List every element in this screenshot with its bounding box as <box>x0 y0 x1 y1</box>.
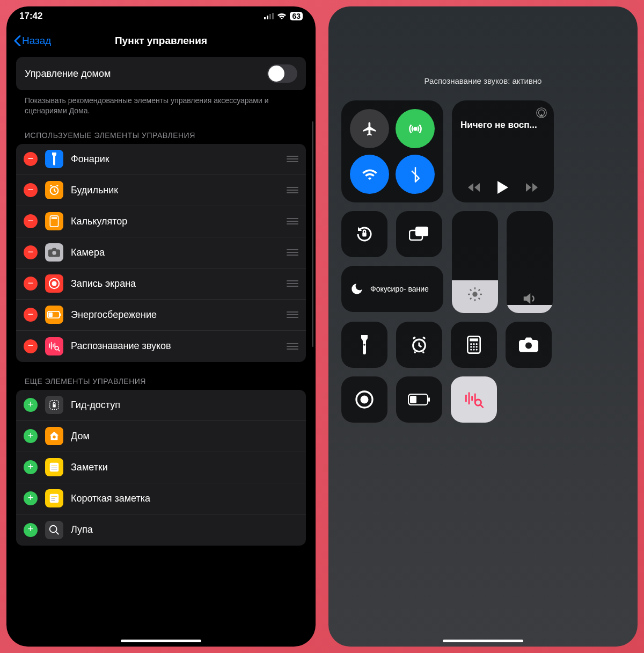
camera-icon <box>519 337 538 352</box>
list-item-label: Заметки <box>71 462 298 473</box>
flashlight-button[interactable] <box>341 322 387 368</box>
remove-button[interactable]: − <box>24 214 38 228</box>
scrollbar[interactable] <box>312 121 313 347</box>
home-indicator[interactable] <box>121 640 201 642</box>
focus-label: Фокусиро- вание <box>370 285 429 294</box>
drag-handle[interactable] <box>287 343 298 350</box>
remove-button[interactable]: − <box>24 277 38 291</box>
cellular-icon <box>264 13 274 19</box>
more-controls-list: +Гид-доступ+Дом+Заметки+Короткая заметка… <box>16 390 306 546</box>
home-indicator[interactable] <box>443 640 523 642</box>
calculator-button[interactable] <box>451 322 497 368</box>
sound-recognition-icon <box>464 390 484 409</box>
cellular-button[interactable] <box>396 109 435 148</box>
home-control-label: Управление домом <box>25 68 111 79</box>
list-item: −Распознавание звуков <box>16 331 306 362</box>
svg-point-28 <box>50 526 57 533</box>
svg-line-44 <box>479 289 480 291</box>
connectivity-tile[interactable] <box>341 100 443 202</box>
remove-button[interactable]: − <box>24 152 38 166</box>
list-item: −Запись экрана <box>16 269 306 300</box>
add-button[interactable]: + <box>24 491 38 505</box>
orientation-lock-button[interactable] <box>341 211 387 257</box>
add-button[interactable]: + <box>24 523 38 537</box>
screen-record-button[interactable] <box>341 376 387 423</box>
svg-point-49 <box>470 343 472 345</box>
list-item: +Короткая заметка <box>16 483 306 514</box>
home-control-card: Управление домом <box>16 57 306 90</box>
play-icon[interactable] <box>497 181 508 194</box>
svg-rect-0 <box>264 17 266 19</box>
list-item: −Энергосбережение <box>16 300 306 331</box>
svg-line-29 <box>56 532 59 535</box>
add-button[interactable]: + <box>24 398 38 412</box>
media-tile[interactable]: Ничего не восп... <box>452 100 554 202</box>
brightness-slider[interactable] <box>452 211 498 313</box>
calculator-icon <box>467 336 481 354</box>
home-control-toggle[interactable] <box>267 64 297 83</box>
alarm-icon <box>410 336 428 354</box>
svg-line-42 <box>479 298 480 299</box>
camera-button[interactable] <box>506 322 552 368</box>
remove-button[interactable]: − <box>24 245 38 259</box>
drag-handle[interactable] <box>287 156 298 162</box>
svg-point-56 <box>473 349 474 350</box>
list-item: +Дом <box>16 421 306 452</box>
status-time: 17:42 <box>19 11 42 21</box>
remove-button[interactable]: − <box>24 183 38 197</box>
remove-button[interactable]: − <box>24 308 38 322</box>
add-button[interactable]: + <box>24 429 38 443</box>
airplane-button[interactable] <box>350 109 389 148</box>
wifi-button[interactable] <box>350 155 389 194</box>
nav-header: Назад Пункт управления <box>6 26 316 57</box>
svg-point-9 <box>52 281 56 286</box>
forward-icon[interactable] <box>524 183 538 192</box>
svg-line-69 <box>480 405 483 408</box>
cc-banner: Распознавание звуков: активно <box>341 76 625 85</box>
list-item: −Камера <box>16 237 306 269</box>
sound-recognition-button[interactable] <box>451 376 497 423</box>
wifi-icon <box>277 13 287 20</box>
add-button[interactable]: + <box>24 460 38 474</box>
chevron-left-icon <box>14 35 21 46</box>
app-icon <box>45 427 63 445</box>
flashlight-icon <box>360 335 369 354</box>
app-icon <box>45 150 63 168</box>
remove-button[interactable]: − <box>24 339 38 353</box>
wifi-icon <box>362 168 378 181</box>
focus-button[interactable]: Фокусиро- вание <box>341 266 443 312</box>
back-button[interactable]: Назад <box>14 35 51 47</box>
app-icon <box>45 306 63 324</box>
svg-point-53 <box>473 346 474 347</box>
rewind-icon[interactable] <box>468 183 482 192</box>
drag-handle[interactable] <box>287 187 298 193</box>
svg-rect-2 <box>269 14 271 19</box>
svg-point-52 <box>470 346 472 347</box>
list-item-label: Энергосбережение <box>71 309 279 321</box>
back-label: Назад <box>22 35 51 47</box>
list-item-label: Камера <box>71 247 279 258</box>
drag-handle[interactable] <box>287 311 298 318</box>
bluetooth-button[interactable] <box>396 155 435 194</box>
svg-rect-48 <box>470 338 478 341</box>
used-controls-list: −Фонарик−Будильник−Калькулятор−Камера−За… <box>16 144 306 362</box>
screen-mirroring-button[interactable] <box>396 211 442 257</box>
list-item-label: Дом <box>71 431 298 442</box>
drag-handle[interactable] <box>287 218 298 224</box>
list-item: +Заметки <box>16 452 306 483</box>
svg-rect-20 <box>53 404 56 408</box>
drag-handle[interactable] <box>287 280 298 287</box>
svg-rect-1 <box>267 16 268 19</box>
svg-point-45 <box>363 344 365 346</box>
list-item: −Фонарик <box>16 144 306 175</box>
svg-point-36 <box>472 292 477 297</box>
low-power-button[interactable] <box>396 376 442 423</box>
drag-handle[interactable] <box>287 249 298 256</box>
list-item: −Калькулятор <box>16 206 306 237</box>
svg-rect-12 <box>48 313 52 317</box>
volume-slider[interactable] <box>507 211 553 313</box>
svg-line-41 <box>470 289 471 291</box>
alarm-button[interactable] <box>396 322 442 368</box>
app-icon <box>45 243 63 262</box>
list-item-label: Калькулятор <box>71 216 279 227</box>
